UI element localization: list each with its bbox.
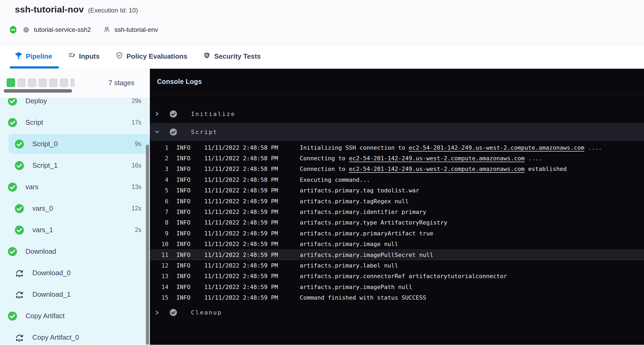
execution-header: ssh-tutorial-nov (Execution Id: 10) ∞ tu… xyxy=(0,0,644,44)
log-line-number: 1 xyxy=(150,144,168,151)
stage-segment[interactable] xyxy=(38,78,47,87)
stage-name: vars_0 xyxy=(32,204,53,213)
log-timestamp: 11/11/2022 2:48:59 PM xyxy=(204,187,278,194)
stage-progress-header: 7 stages xyxy=(0,69,150,98)
stage-name: vars_1 xyxy=(32,226,53,234)
success-check-icon xyxy=(15,226,24,235)
stage-list-scrollbar[interactable] xyxy=(146,145,149,345)
log-section-script[interactable]: Script xyxy=(150,123,644,141)
tab-security-tests[interactable]: Security Tests xyxy=(203,44,261,68)
log-message-suffix: .... xyxy=(525,155,542,162)
log-timestamp: 11/11/2022 2:48:59 PM xyxy=(204,198,278,205)
stage-row-script_1[interactable]: Script_116s xyxy=(0,155,150,176)
step-success-icon xyxy=(170,309,177,316)
log-message: artifacts.primary.primaryArtifact true xyxy=(300,230,433,237)
stage-segment[interactable] xyxy=(28,78,36,87)
service-link[interactable]: tutorial-service-ssh2 xyxy=(34,26,91,33)
log-line: 12INFO11/11/2022 2:48:59 PMartifacts.pri… xyxy=(150,260,644,271)
stage-segment[interactable] xyxy=(17,78,26,87)
stage-duration: 13s xyxy=(132,183,141,191)
log-line: 3INFO11/11/2022 2:48:58 PMConnection to … xyxy=(150,164,644,174)
log-level: INFO xyxy=(176,176,190,183)
log-timestamp: 11/11/2022 2:48:59 PM xyxy=(204,273,278,279)
log-level: INFO xyxy=(176,209,190,215)
tab-label: Inputs xyxy=(79,52,100,61)
stage-row-deploy[interactable]: Deploy29s xyxy=(0,98,150,112)
success-check-icon xyxy=(8,118,17,127)
inputs-icon xyxy=(68,52,76,61)
chevron-down-icon[interactable] xyxy=(155,130,159,134)
log-line: 15INFO11/11/2022 2:48:59 PMCommand finis… xyxy=(150,292,644,303)
log-message: Connecting to ec2-54-201-142-249.us-west… xyxy=(300,155,542,162)
success-check-icon xyxy=(8,183,17,192)
stage-row-vars_0[interactable]: vars_012s xyxy=(0,198,150,219)
stage-segment[interactable] xyxy=(60,78,68,87)
stage-name: Copy Artifact xyxy=(25,312,64,320)
log-section-initialize[interactable]: Initialize xyxy=(150,105,644,123)
stage-list: Deploy29sScript17sScript_09sScript_116sv… xyxy=(0,98,150,345)
pipeline-icon xyxy=(15,52,22,61)
log-line-number: 9 xyxy=(150,230,168,237)
stage-progress-minimap[interactable] xyxy=(7,78,77,87)
stage-duration: 9s xyxy=(135,140,141,148)
log-line: 1INFO11/11/2022 2:48:58 PMInitializing S… xyxy=(150,142,644,153)
stage-row-download[interactable]: Download xyxy=(0,241,150,262)
stage-row-vars[interactable]: vars13s xyxy=(0,176,150,198)
log-message: artifacts.primary.tag todolist.war xyxy=(300,187,419,194)
section-name: Initialize xyxy=(191,111,235,117)
stage-row-vars_1[interactable]: vars_12s xyxy=(0,219,150,241)
log-message-suffix: established xyxy=(525,166,567,172)
stage-row-copy-artifact_0[interactable]: Copy Artifact_0 xyxy=(0,327,150,345)
tab-label: Security Tests xyxy=(214,52,261,61)
section-name: Cleanup xyxy=(191,309,222,316)
log-timestamp: 11/11/2022 2:48:59 PM xyxy=(204,209,278,215)
environment-link[interactable]: ssh-tutorial-env xyxy=(115,26,158,33)
log-timestamp: 11/11/2022 2:48:59 PM xyxy=(204,241,278,247)
execution-id-label: (Execution Id: 10) xyxy=(88,7,138,14)
log-line: 13INFO11/11/2022 2:48:59 PMartifacts.pri… xyxy=(150,271,644,282)
log-host-link[interactable]: ec2-54-201-142-249.us-west-2.compute.ama… xyxy=(409,144,584,151)
log-level: INFO xyxy=(176,262,190,269)
tab-pipeline[interactable]: Pipeline xyxy=(15,44,52,68)
stage-name: Script xyxy=(25,118,43,127)
tab-inputs[interactable]: Inputs xyxy=(68,44,100,68)
log-message: artifacts.primary.identifier primary xyxy=(300,209,426,215)
log-level: INFO xyxy=(176,219,190,226)
stage-row-download_1[interactable]: Download_1 xyxy=(0,284,150,305)
log-timestamp: 11/11/2022 2:48:58 PM xyxy=(204,166,278,172)
stage-duration: 12s xyxy=(132,205,141,212)
execution-tab-bar: PipelineInputsPolicy EvaluationsSecurity… xyxy=(0,44,644,69)
tab-policy-evaluations[interactable]: Policy Evaluations xyxy=(116,44,188,68)
minimap-horizontal-scrollbar[interactable] xyxy=(4,89,72,93)
log-line: 14INFO11/11/2022 2:48:59 PMartifacts.pri… xyxy=(150,282,644,292)
log-message: artifacts.primary.image null xyxy=(300,241,398,247)
stage-segment[interactable] xyxy=(49,78,58,87)
log-line: 4INFO11/11/2022 2:48:58 PMExecuting comm… xyxy=(150,174,644,185)
section-name: Script xyxy=(191,129,217,135)
log-line: 9INFO11/11/2022 2:48:59 PMartifacts.prim… xyxy=(150,228,644,239)
stage-row-script_0[interactable]: Script_09s xyxy=(0,133,150,155)
stage-duration: 2s xyxy=(135,226,141,234)
log-message: Initializing SSH connection to ec2-54-20… xyxy=(300,144,602,151)
log-section-cleanup[interactable]: Cleanup xyxy=(150,304,644,322)
policy-icon xyxy=(116,52,123,61)
stage-segment[interactable] xyxy=(7,78,15,87)
log-host-link[interactable]: ec2-54-201-142-249.us-west-2.compute.ama… xyxy=(349,166,525,172)
log-line-number: 4 xyxy=(150,176,168,183)
log-host-link[interactable]: ec2-54-201-142-249.us-west-2.compute.ama… xyxy=(349,155,525,162)
stage-segment[interactable] xyxy=(70,78,75,87)
step-success-icon xyxy=(170,128,177,136)
log-message: artifacts.primary.connectorRef artifacto… xyxy=(300,273,507,279)
stage-row-copy-artifact[interactable]: Copy Artifact xyxy=(0,305,150,327)
success-check-icon xyxy=(8,98,17,106)
chevron-right-icon[interactable] xyxy=(155,111,159,116)
cd-hexagon-icon: ∞ xyxy=(10,26,17,34)
step-success-icon xyxy=(170,110,177,118)
log-message: artifacts.primary.tagRegex null xyxy=(300,198,409,205)
execution-title-row: ssh-tutorial-nov (Execution Id: 10) xyxy=(15,4,138,15)
stage-row-script[interactable]: Script17s xyxy=(0,112,150,133)
stage-row-download_0[interactable]: Download_0 xyxy=(0,262,150,284)
log-lines: 1INFO11/11/2022 2:48:58 PMInitializing S… xyxy=(150,142,644,303)
stage-name: Script_1 xyxy=(32,161,58,170)
chevron-right-icon[interactable] xyxy=(155,310,159,315)
